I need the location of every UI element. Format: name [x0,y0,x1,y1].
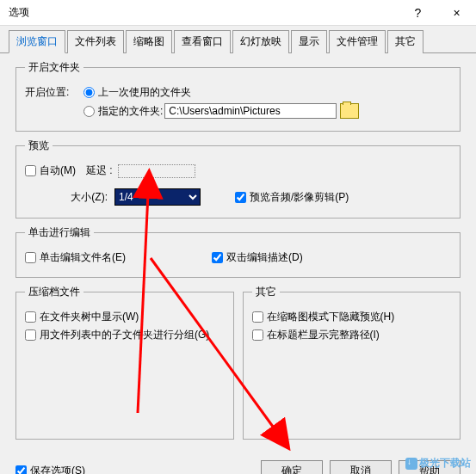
cancel-button[interactable]: 取消 [330,460,392,474]
check-av-clip[interactable] [235,192,246,203]
tab-thumbnails[interactable]: 缩略图 [126,30,172,53]
group-archive: 压缩档文件 在文件夹树中显示(W) 用文件列表中的子文件夹进行分组(G) [15,285,234,440]
watermark: 极光下载站 [405,456,471,471]
tab-file-list[interactable]: 文件列表 [67,30,124,53]
legend-misc: 其它 [252,285,280,299]
input-folder-path[interactable] [164,103,337,119]
check-full-path-title[interactable] [252,329,263,341]
label-edit-desc: 双击编辑描述(D) [226,250,303,265]
group-open-folder: 开启文件夹 开启位置: 上一次使用的文件夹 指定的文件夹: [15,60,461,132]
window-title: 选项 [0,5,399,20]
tab-view-window[interactable]: 查看窗口 [174,30,231,53]
label-hide-preview: 在缩略图模式下隐藏预览(H) [267,310,395,324]
browse-folder-icon[interactable] [340,103,359,119]
label-last-folder: 上一次使用的文件夹 [98,85,191,100]
close-button[interactable]: × [437,0,476,26]
watermark-icon [405,458,417,470]
label-open-location: 开启位置: [25,85,77,100]
watermark-text: 极光下载站 [419,456,471,471]
select-size[interactable]: 1/4 [114,188,201,206]
check-hide-preview[interactable] [252,311,263,323]
label-full-path-title: 在标题栏显示完整路径(I) [267,328,380,342]
radio-specified-folder[interactable] [83,106,95,117]
ok-button[interactable]: 确定 [261,460,323,474]
check-group-subfolders[interactable] [25,329,36,341]
label-av-clip: 预览音频/影像剪辑(P) [250,190,349,205]
label-specified-folder: 指定的文件夹: [98,104,163,119]
check-auto[interactable] [25,165,36,176]
check-edit-name[interactable] [25,252,36,263]
tab-display[interactable]: 显示 [291,30,327,53]
label-save-options: 保存选项(S) [30,464,85,475]
check-edit-desc[interactable] [212,252,223,263]
legend-preview: 预览 [25,139,53,153]
title-bar: 选项 ? × [0,0,476,26]
legend-click-edit: 单击进行编辑 [25,225,94,240]
tab-strip: 浏览窗口 文件列表 缩略图 查看窗口 幻灯放映 显示 文件管理 其它 [0,26,476,53]
group-preview: 预览 自动(M) 延迟 : 大小(Z): 1/4 预览音频/影像剪辑(P) [15,139,461,219]
tab-file-mgmt[interactable]: 文件管理 [329,30,386,53]
label-group-subfolders: 用文件列表中的子文件夹进行分组(G) [40,328,209,342]
label-show-in-tree: 在文件夹树中显示(W) [40,310,139,324]
label-delay: 延迟 : [86,163,113,178]
check-save-options[interactable] [15,465,27,475]
tab-slideshow[interactable]: 幻灯放映 [232,30,289,53]
group-misc: 其它 在缩略图模式下隐藏预览(H) 在标题栏显示完整路径(I) [243,285,461,440]
tab-browse-window[interactable]: 浏览窗口 [9,30,65,53]
group-click-edit: 单击进行编辑 单击编辑文件名(E) 双击编辑描述(D) [15,225,461,278]
label-size: 大小(Z): [25,190,108,205]
legend-archive: 压缩档文件 [25,285,83,299]
radio-last-folder[interactable] [83,87,95,98]
dialog-content: 开启文件夹 开启位置: 上一次使用的文件夹 指定的文件夹: 预览 自动(M) 延… [0,53,476,453]
check-show-in-tree[interactable] [25,311,36,323]
tab-other[interactable]: 其它 [387,30,423,53]
legend-open-folder: 开启文件夹 [25,60,83,75]
label-auto: 自动(M) [40,163,76,178]
help-button[interactable]: ? [399,0,437,26]
label-edit-name: 单击编辑文件名(E) [40,250,212,265]
input-delay[interactable] [118,164,195,178]
